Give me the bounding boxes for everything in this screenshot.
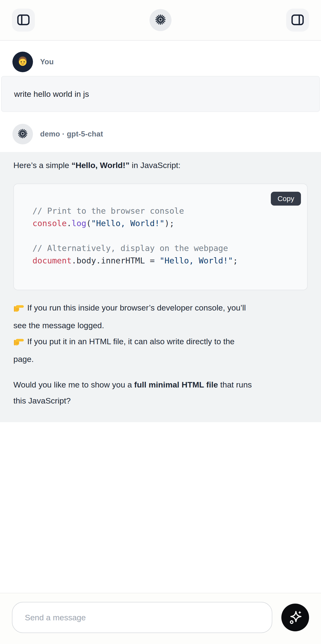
code-content: // Print to the browser console console.… (32, 205, 297, 267)
assistant-sender-name: demo · gpt-5-chat (40, 130, 103, 138)
person-emoji-icon (15, 54, 30, 70)
sidebar-right-toggle-button[interactable] (286, 8, 309, 32)
user-avatar (12, 52, 33, 72)
code-block: Copy // Print to the browser console con… (13, 184, 308, 290)
tip-text: see the message logged. (13, 321, 104, 330)
pointing-right-emoji-icon (13, 302, 24, 318)
starburst-logo-icon (155, 14, 166, 26)
intro-post-text: in JavaScript: (129, 161, 181, 170)
assistant-sender-row: demo · gpt-5-chat (0, 124, 321, 144)
intro-pre-text: Here’s a simple (13, 161, 71, 170)
send-button[interactable] (281, 604, 309, 631)
question-post-text: that runs (218, 380, 252, 389)
assistant-avatar (12, 124, 33, 144)
user-sender-row: You (0, 52, 321, 72)
assistant-tips-paragraph: If you run this inside your browser’s de… (13, 300, 308, 367)
tip-text: page. (13, 354, 34, 364)
sidebar-left-toggle-button[interactable] (12, 8, 35, 32)
tip-text: If you run this inside your browser’s de… (27, 303, 246, 312)
question-bold-text: full minimal HTML file (134, 380, 218, 389)
starburst-avatar-icon (18, 128, 28, 140)
assistant-intro-paragraph: Here’s a simple “Hello, World!” in JavaS… (13, 157, 308, 173)
tip-text: If you put it in an HTML file, it can al… (27, 337, 235, 346)
sidebar-right-toggle-icon (291, 14, 304, 26)
question-line2-text: this JavaScript? (13, 396, 71, 405)
user-message: write hello world in js (1, 76, 320, 112)
composer-bar (0, 593, 321, 644)
question-pre-text: Would you like me to show you a (13, 380, 134, 389)
pointing-right-emoji-icon (13, 335, 24, 351)
intro-bold-text: “Hello, World!” (71, 161, 129, 170)
user-message-text: write hello world in js (14, 90, 89, 99)
chat-scroll-area[interactable]: You write hello world in js (0, 41, 321, 593)
user-sender-name: You (40, 58, 54, 66)
sparkle-icon (288, 610, 303, 626)
sidebar-left-toggle-icon (17, 14, 30, 26)
assistant-question-paragraph: Would you like me to show you a full min… (13, 377, 308, 409)
copy-code-button[interactable]: Copy (271, 192, 301, 206)
assistant-message: Here’s a simple “Hello, World!” in JavaS… (0, 152, 321, 422)
message-input[interactable] (12, 602, 272, 633)
top-bar (0, 0, 321, 41)
app-logo-badge (150, 9, 171, 31)
